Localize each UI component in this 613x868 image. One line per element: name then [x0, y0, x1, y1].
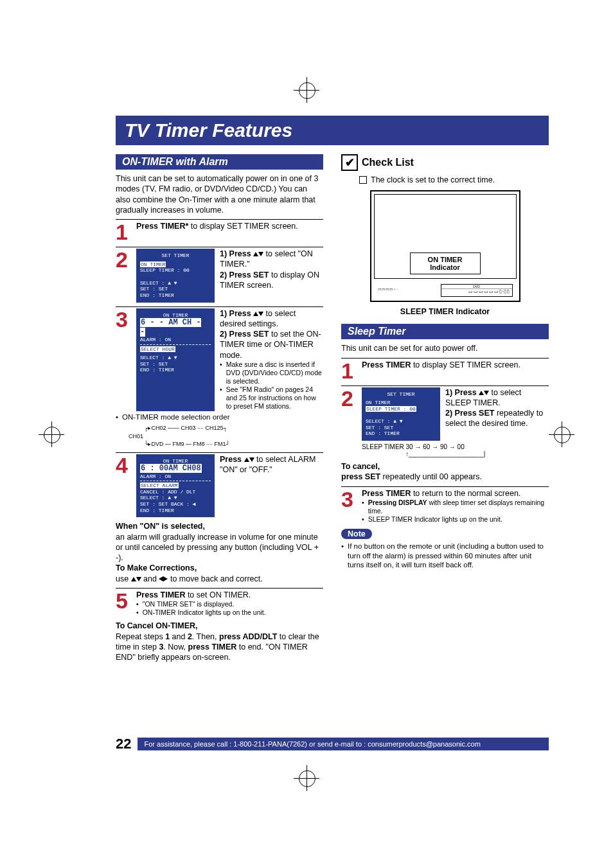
page-title: TV Timer Features [116, 116, 549, 145]
step-number: 2 [341, 387, 358, 458]
step4-press: Press [220, 455, 244, 464]
step-number: 3 [116, 308, 132, 411]
triangle-down-icon [258, 312, 263, 316]
step-number: 1 [116, 221, 132, 243]
step-2: 2 SET TIMER ON TIMER SLEEP TIMER : 00 SE… [116, 247, 323, 303]
step3-press: 1) Press [220, 309, 253, 318]
step-3: 3 ON TIMER 6 - - AM CH - - ALARM : ON SE… [116, 306, 323, 411]
triangle-left-icon [159, 576, 163, 581]
sleep-set-timer-screen: SET TIMER ON TIMER SLEEP TIMER : 00 SELE… [362, 387, 440, 441]
note-body: If no button on the remote or unit (incl… [348, 542, 549, 569]
step5-press: Press TIMER [136, 590, 185, 599]
step-number: 3 [341, 488, 358, 524]
right-column: ✔ Check List The clock is set to the cor… [341, 154, 549, 662]
assistance-text: For assistance, please call : 1-800-211-… [138, 738, 549, 750]
sleep-step-3: 3 Press TIMER to return to the normal sc… [341, 486, 549, 524]
tv-display-panel: DVD ▭▭▭▭▭▭▯·▯▯ [441, 284, 513, 297]
channel-chain-diagram: ┌▸CH02 —— CH03 ···· CH125┐ CH01 └▸DVD — … [129, 424, 323, 448]
crop-mark-right [549, 421, 574, 447]
checklist-header: Check List [362, 157, 414, 168]
crop-mark-bottom [294, 765, 319, 791]
sleep-cancel-header: To cancel, [341, 462, 380, 471]
note-label: Note [341, 529, 372, 539]
on-timer-screen-2: ON TIMER 6 : 00AM CH08 ALARM : ON SELECT… [136, 454, 215, 518]
section-sleep-timer-header: Sleep Timer [341, 324, 549, 339]
section-on-timer-header: ON-TIMER with Alarm [116, 154, 323, 170]
cancel-on-timer-header: To Cancel ON-TIMER, [116, 621, 198, 630]
triangle-down-icon [136, 577, 141, 581]
crop-mark-top [294, 77, 319, 103]
crop-mark-left [39, 421, 64, 447]
when-on-body: an alarm will gradually increase in volu… [116, 533, 319, 563]
step-4: 4 ON TIMER 6 : 00AM CH08 ALARM : ON SELE… [116, 452, 323, 518]
triangle-up-icon [253, 252, 258, 256]
corrections-header: To Make Corrections, [116, 563, 197, 572]
checkmark-icon: ✔ [341, 154, 358, 171]
step2-set: 2) Press SET [220, 270, 269, 279]
triangle-up-icon [253, 312, 258, 316]
step-number: 5 [116, 590, 132, 617]
sleep-timer-intro: This unit can be set for auto power off. [341, 343, 549, 353]
step1-press: Press TIMER* [136, 222, 188, 231]
tv-diagram: ON TIMER Indicator ▭▭▭▭ ▫ ◦ DVD ▭▭▭▭▭▭▯·… [370, 190, 520, 302]
sleep-step-2: 2 SET TIMER ON TIMER SLEEP TIMER : 00 SE… [341, 385, 549, 458]
mode-selection-label: ON-TIMER mode selection order [122, 412, 229, 421]
step-number: 4 [116, 454, 132, 518]
on-timer-intro: This unit can be set to automatically po… [116, 173, 323, 215]
manual-page: TV Timer Features ON-TIMER with Alarm Th… [0, 0, 613, 868]
set-timer-screen: SET TIMER ON TIMER SLEEP TIMER : 00 SELE… [136, 249, 215, 303]
step-1: 1 Press TIMER* to display SET TIMER scre… [116, 219, 323, 243]
sleep-step-1: 1 Press TIMER to display SET TIMER scree… [341, 358, 549, 382]
page-number: 22 [116, 736, 131, 752]
triangle-up-icon [244, 457, 249, 462]
left-column: ON-TIMER with Alarm This unit can be set… [116, 154, 323, 662]
when-on-header: When "ON" is selected, [116, 522, 205, 531]
step2-press: 1) Press [220, 249, 253, 258]
triangle-down-icon [249, 457, 254, 462]
step-5: 5 Press TIMER to set ON TIMER. •"ON TIME… [116, 588, 323, 617]
sleep-timer-indicator-label: SLEEP TIMER Indicator [341, 307, 549, 316]
step3-set: 2) Press SET [220, 330, 269, 339]
triangle-down-icon [258, 252, 263, 256]
tv-controls-left: ▭▭▭▭ ▫ ◦ [378, 287, 398, 291]
step1-rest: to display SET TIMER screen. [188, 222, 298, 231]
checkbox-icon [359, 176, 367, 184]
step-number: 1 [341, 360, 358, 382]
triangle-up-icon [479, 391, 484, 395]
triangle-up-icon [131, 577, 136, 581]
on-timer-screen-1: ON TIMER 6 - - AM CH - - ALARM : ON SELE… [136, 308, 215, 411]
on-timer-indicator-label: ON TIMER Indicator [410, 252, 481, 274]
footer: 22 For assistance, please call : 1-800-2… [116, 736, 549, 752]
triangle-down-icon [484, 391, 489, 395]
step-number: 2 [116, 249, 132, 303]
sleep-timer-chain: SLEEP TIMER 30 → 60 → 90 → 00 ↑_________… [362, 443, 549, 457]
checklist-item: The clock is set to the correct time. [371, 175, 495, 185]
